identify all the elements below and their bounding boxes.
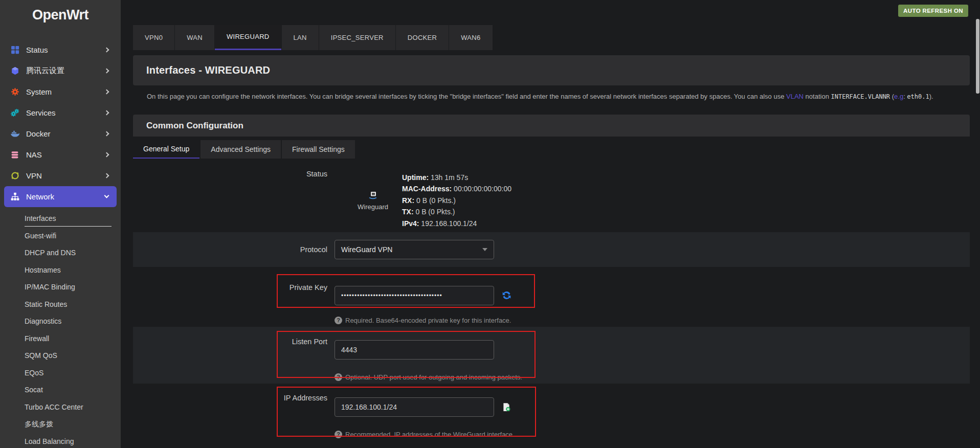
status-line-ipv4: IPv4: 192.168.100.1/24: [402, 218, 511, 230]
wireguard-device-icon: [368, 194, 378, 202]
help-icon: ?: [335, 317, 342, 324]
common-configuration-header: Common Configuration: [133, 115, 970, 137]
sidebar-item-nas[interactable]: NAS: [4, 144, 117, 165]
listen-port-input[interactable]: [335, 340, 494, 360]
subnav-item-guest-wifi[interactable]: Guest-wifi: [0, 228, 112, 245]
sidebar-item-status[interactable]: Status: [4, 39, 117, 60]
status-val: 192.168.100.1/24: [419, 219, 477, 228]
gear-icon: [10, 87, 19, 97]
protocol-label: Protocol: [133, 245, 335, 254]
sidebar-item-label: 腾讯云设置: [26, 66, 105, 76]
device-name: Wireguard: [355, 203, 391, 211]
sidebar-item-tencent-cloud[interactable]: 腾讯云设置: [4, 60, 117, 81]
sidebar-item-network[interactable]: Network: [4, 186, 117, 207]
status-key: TX:: [402, 208, 414, 216]
subnav-item-dhcp-dns[interactable]: DHCP and DNS: [0, 244, 112, 262]
description-text: On this page you can configure the netwo…: [147, 93, 786, 100]
tab-wan6[interactable]: WAN6: [449, 25, 492, 50]
tab-lan[interactable]: LAN: [282, 25, 319, 50]
help-text: Required. Base64-encoded private key for…: [345, 317, 511, 324]
database-icon: [10, 150, 19, 160]
status-val: 0 B (0 Pkts.): [414, 208, 455, 216]
status-key: Uptime:: [402, 173, 429, 182]
sidebar-nav: Status 腾讯云设置 System: [0, 39, 121, 448]
tab-vpn0[interactable]: VPN0: [133, 25, 174, 50]
wireguard-device: Wireguard: [355, 190, 391, 211]
section-title: Common Configuration: [146, 121, 243, 131]
tab-ipsec-server[interactable]: IPSEC_SERVER: [319, 25, 395, 50]
subtab-advanced-settings[interactable]: Advanced Settings: [201, 140, 281, 159]
sidebar-item-label: NAS: [26, 150, 105, 159]
subnav-item-ip-mac-binding[interactable]: IP/MAC Binding: [0, 279, 112, 296]
eg-link[interactable]: e.g: [894, 93, 903, 100]
protocol-select[interactable]: WireGuard VPN: [335, 240, 494, 259]
globe-sync-icon: [10, 171, 19, 181]
scrollbar-thumb[interactable]: [976, 19, 979, 94]
sidebar-item-label: Network: [26, 192, 105, 201]
help-text: Recommended. IP addresses of the WireGua…: [345, 431, 515, 438]
subtab-general-setup[interactable]: General Setup: [133, 140, 199, 159]
description-text: (: [890, 93, 894, 100]
protocol-selected-value: WireGuard VPN: [341, 245, 392, 254]
status-val: 13h 1m 57s: [429, 173, 468, 182]
tab-docker[interactable]: DOCKER: [396, 25, 449, 50]
private-key-input[interactable]: [335, 286, 494, 305]
gears-icon: [10, 108, 19, 118]
subnav-item-interfaces[interactable]: Interfaces: [0, 210, 112, 228]
subnav-item-turbo-acc[interactable]: Turbo ACC Center: [0, 399, 112, 416]
sidebar-item-label: VPN: [26, 171, 105, 180]
chevron-right-icon: [104, 89, 109, 95]
vlan-link[interactable]: VLAN: [786, 93, 804, 100]
chevron-right-icon: [104, 131, 109, 137]
sidebar-item-label: Docker: [26, 129, 105, 138]
status-line-mac: MAC-Address: 00:00:00:00:00:00: [402, 183, 511, 195]
main-content: AUTO REFRESH ON VPN0 WAN WIREGUARD LAN I…: [121, 0, 980, 448]
chevron-right-icon: [104, 69, 109, 74]
listen-port-label: Listen Port: [133, 338, 335, 363]
status-value: Wireguard Uptime: 13h 1m 57s MAC-Address…: [335, 169, 970, 232]
page-title: Interfaces - WIREGUARD: [146, 64, 270, 76]
subnav-item-multiwan-dial[interactable]: 多线多拨: [0, 416, 112, 433]
listen-port-help: ? Optional. UDP port used for outgoing a…: [335, 371, 970, 384]
subnav-item-firewall[interactable]: Firewall: [0, 330, 112, 348]
chevron-down-icon: [482, 248, 487, 251]
status-line-uptime: Uptime: 13h 1m 57s: [402, 172, 511, 184]
configuration-subtabs: General Setup Advanced Settings Firewall…: [133, 140, 970, 159]
auto-refresh-button[interactable]: AUTO REFRESH ON: [898, 5, 968, 17]
sidebar-item-services[interactable]: Services: [4, 102, 117, 123]
status-row: Status Wireguard Uptime: 13h 1m 57s MAC-…: [133, 159, 970, 232]
chevron-right-icon: [104, 48, 109, 53]
private-key-row: Private Key ? Required. Base64-encoded p…: [133, 267, 970, 327]
chevron-right-icon: [104, 152, 109, 158]
subnav-item-hostnames[interactable]: Hostnames: [0, 262, 112, 279]
help-icon: ?: [335, 373, 342, 381]
subtab-firewall-settings[interactable]: Firewall Settings: [282, 140, 355, 159]
page-title-panel: Interfaces - WIREGUARD: [133, 55, 970, 85]
sitemap-icon: [10, 192, 19, 201]
regenerate-key-icon[interactable]: [502, 290, 511, 300]
subnav-item-static-routes[interactable]: Static Routes: [0, 296, 112, 313]
subnav-item-socat[interactable]: Socat: [0, 382, 112, 399]
status-val: 00:00:00:00:00:00: [452, 185, 511, 193]
chevron-right-icon: [104, 173, 109, 178]
interface-vlannr-code: INTERFACE.VLANNR: [831, 93, 890, 100]
status-label: Status: [133, 170, 335, 178]
sidebar-item-docker[interactable]: Docker: [4, 123, 117, 144]
ip-addresses-input[interactable]: [335, 397, 494, 417]
sidebar-item-label: Status: [26, 46, 105, 54]
description-text: notation: [804, 93, 831, 100]
status-lines: Uptime: 13h 1m 57s MAC-Address: 00:00:00…: [402, 172, 511, 230]
add-entry-icon[interactable]: [502, 402, 511, 412]
subnav-item-load-balancing[interactable]: Load Balancing: [0, 433, 112, 448]
tab-wireguard[interactable]: WIREGUARD: [215, 25, 281, 50]
openwrt-logo[interactable]: OpenWrt: [0, 7, 121, 23]
status-key: MAC-Address:: [402, 185, 452, 193]
sidebar-item-vpn[interactable]: VPN: [4, 165, 117, 186]
sidebar-item-system[interactable]: System: [4, 81, 117, 102]
tab-wan[interactable]: WAN: [175, 25, 214, 50]
description-text: ).: [929, 93, 933, 100]
subnav-item-diagnostics[interactable]: Diagnostics: [0, 313, 112, 330]
subnav-item-sqm-qos[interactable]: SQM QoS: [0, 347, 112, 365]
subnav-item-eqos[interactable]: EQoS: [0, 365, 112, 382]
status-line-rx: RX: 0 B (0 Pkts.): [402, 195, 511, 207]
